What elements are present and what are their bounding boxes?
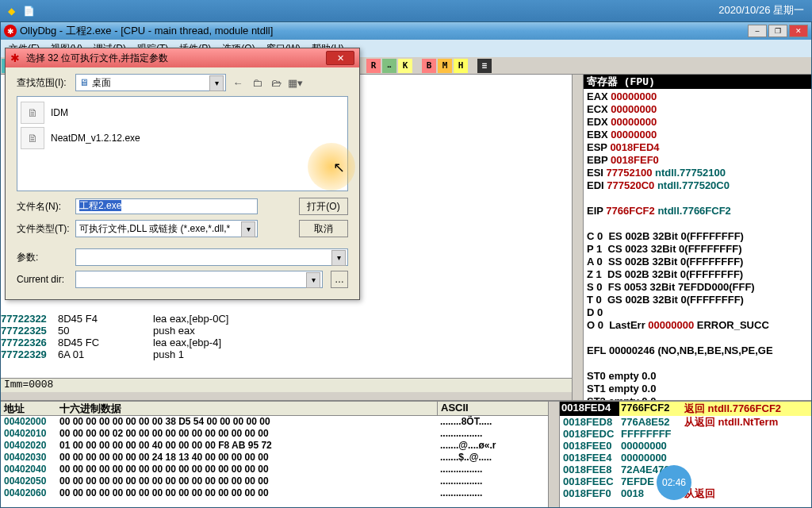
minimize-button[interactable]: – (748, 25, 767, 37)
window-title: OllyDbg - 工程2.exe - [CPU - main thread, … (20, 24, 273, 38)
filetype-combo[interactable]: 可执行文件,DLL 或链接 (*.exe,*.dll,* (75, 220, 258, 237)
args-label: 参数: (17, 251, 71, 264)
stack-hdr-addr: 0018FED4 (560, 402, 619, 416)
stack-hdr-comment: 返回 ntdll.7766FCF2 (683, 402, 811, 416)
file-icon: 🗎 (21, 127, 44, 149)
desktop-icon: 🖥 (79, 77, 89, 88)
register-title: 寄存器 (FPU) (584, 75, 811, 89)
hex-col-ascii: ASCII (437, 402, 548, 415)
tool-menu-icon[interactable]: ≡ (477, 59, 492, 73)
scrollbar[interactable] (572, 75, 583, 400)
hex-col-addr: 地址 (1, 402, 56, 415)
taskbar-icon[interactable]: 📄 (21, 3, 36, 19)
args-input[interactable] (75, 248, 348, 266)
browse-dir-button[interactable]: … (331, 271, 348, 288)
list-item[interactable]: 🗎 NeatDM_v1.2.12.exe (21, 125, 344, 151)
stack-hdr-val: 7766FCF2 (619, 402, 683, 416)
taskbar-icon[interactable]: ◆ (3, 3, 19, 19)
register-view[interactable]: EAX 00000000ECX 00000000EDX 00000000EBX … (584, 89, 811, 400)
cancel-button[interactable]: 取消 (299, 220, 348, 237)
open-file-dialog: ✱ 选择 32 位可执行文件,并指定参数 ✕ 查找范围(I): 🖥 桌面 ← 🗀… (5, 48, 360, 300)
tool-r[interactable]: R (366, 59, 381, 73)
lookin-label: 查找范围(I): (17, 76, 71, 90)
back-icon[interactable]: ← (231, 75, 245, 90)
dialog-close-button[interactable]: ✕ (326, 51, 354, 65)
maximize-button[interactable]: ❐ (768, 25, 787, 37)
hex-col-data: 十六进制数据 (56, 402, 437, 415)
hex-body[interactable]: 0040200000 00 00 00 00 00 00 00 38 D5 54… (1, 416, 548, 507)
timer-badge: 02:46 (657, 465, 691, 500)
view-menu-icon[interactable]: ▦▾ (288, 75, 302, 90)
tool-k[interactable]: K (398, 59, 412, 73)
file-list[interactable]: 🗎 IDM 🗎 NeatDM_v1.2.12.exe (17, 96, 348, 191)
info-panel: Imm=0008 (1, 378, 572, 392)
desktop-taskbar: ◆ 📄 (0, 0, 812, 21)
dialog-titlebar[interactable]: ✱ 选择 32 位可执行文件,并指定参数 ✕ (6, 48, 359, 67)
desktop-date: 2020/10/26 星期一 (718, 3, 804, 17)
up-folder-icon[interactable]: 🗀 (250, 75, 264, 90)
window-titlebar[interactable]: ✱ OllyDbg - 工程2.exe - [CPU - main thread… (1, 22, 811, 40)
list-item[interactable]: 🗎 IDM (21, 100, 344, 125)
file-icon: 🗎 (21, 102, 44, 124)
curdir-label: Current dir: (17, 274, 71, 285)
hex-dump-pane: 地址 十六进制数据 ASCII 0040200000 00 00 00 00 0… (1, 402, 548, 507)
register-pane: 寄存器 (FPU) EAX 00000000ECX 00000000EDX 00… (583, 75, 811, 400)
lookin-combo[interactable]: 🖥 桌面 (75, 74, 226, 91)
tool-dots[interactable]: … (382, 59, 396, 73)
filename-label: 文件名(N): (17, 200, 71, 214)
close-button[interactable]: ✕ (789, 25, 808, 37)
scrollbar[interactable] (548, 402, 559, 507)
tool-h[interactable]: H (454, 59, 468, 73)
dialog-icon: ✱ (10, 52, 23, 64)
open-button[interactable]: 打开(O) (299, 198, 348, 215)
dialog-title: 选择 32 位可执行文件,并指定参数 (26, 52, 168, 65)
tool-b[interactable]: B (422, 59, 436, 73)
app-icon: ✱ (4, 25, 17, 37)
tool-m[interactable]: M (438, 59, 452, 73)
curdir-input[interactable] (75, 271, 323, 288)
filename-input[interactable]: 工程2.exe (75, 198, 258, 214)
filetype-label: 文件类型(T): (17, 222, 71, 236)
new-folder-icon[interactable]: 🗁 (269, 75, 283, 90)
